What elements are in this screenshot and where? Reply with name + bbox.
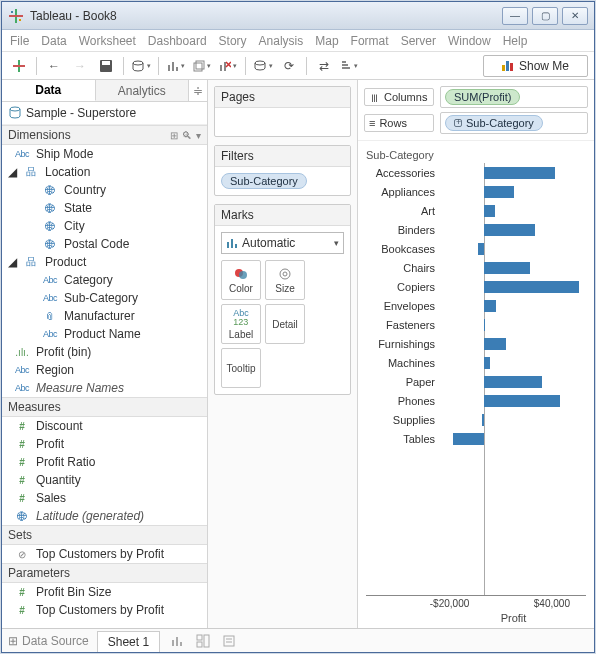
chart-row-label: Furnishings [366,338,441,350]
maximize-button[interactable]: ▢ [532,7,558,25]
chart-row[interactable]: Fasteners [366,315,586,334]
pages-shelf[interactable] [215,108,350,136]
dim-search-icon[interactable]: 🔍︎ [182,130,192,141]
rows-pill-subcategory[interactable]: Sub-Category [445,115,543,131]
chart-row[interactable]: Appliances [366,182,586,201]
new-story-icon[interactable] [220,633,238,649]
menu-worksheet[interactable]: Worksheet [79,34,136,48]
field-top_customers[interactable]: #Top Customers by Profit [2,601,207,619]
field-profit_bin[interactable]: .ılı.Profit (bin) [2,343,207,361]
dim-list-icon[interactable]: ⊞ [170,130,178,141]
chart-row[interactable]: Supplies [366,410,586,429]
parameters-header: Parameters [2,563,207,583]
tab-menu-icon[interactable]: ≑ [189,80,207,101]
measures-header: Measures [2,397,207,417]
menu-window[interactable]: Window [448,34,491,48]
chart-row[interactable]: Art [366,201,586,220]
chart-area[interactable]: AccessoriesAppliancesArtBindersBookcases… [366,163,586,596]
field-top_customers[interactable]: ⊘Top Customers by Profit [2,545,207,563]
tab-analytics[interactable]: Analytics [96,80,190,101]
field-product_name[interactable]: AbcProduct Name [2,325,207,343]
new-worksheet-button[interactable] [165,55,187,77]
field-latitude[interactable]: 🌐︎Latitude (generated) [2,507,207,525]
field-state[interactable]: 🌐︎State [2,199,207,217]
field-ship_mode[interactable]: AbcShip Mode [2,145,207,163]
chart-row[interactable]: Machines [366,353,586,372]
new-sheet-icon[interactable] [168,633,186,649]
field-city[interactable]: 🌐︎City [2,217,207,235]
field-postal[interactable]: 🌐︎Postal Code [2,235,207,253]
filters-shelf[interactable]: Sub-Category [215,167,350,195]
svg-point-26 [280,269,290,279]
field-quantity[interactable]: #Quantity [2,471,207,489]
save-button[interactable] [95,55,117,77]
minimize-button[interactable]: — [502,7,528,25]
marks-size-button[interactable]: Size [265,260,305,300]
rows-shelf[interactable]: Sub-Category [440,112,588,134]
back-button[interactable]: ← [43,55,65,77]
chart-row[interactable]: Envelopes [366,296,586,315]
new-datasource-button[interactable] [130,55,152,77]
forward-button[interactable]: → [69,55,91,77]
field-subcategory[interactable]: AbcSub-Category [2,289,207,307]
clear-button[interactable] [217,55,239,77]
field-country[interactable]: 🌐︎Country [2,181,207,199]
field-region[interactable]: AbcRegion [2,361,207,379]
marks-detail-button[interactable]: Detail [265,304,305,344]
svg-point-20 [10,107,20,111]
chart-row[interactable]: Paper [366,372,586,391]
show-me-button[interactable]: Show Me [483,55,588,77]
menu-dashboard[interactable]: Dashboard [148,34,207,48]
marks-card: Marks Automatic Color Size Abc123Label D… [214,204,351,395]
autoupdate-button[interactable] [252,55,274,77]
menu-data[interactable]: Data [41,34,66,48]
field-location[interactable]: ◢品Location [2,163,207,181]
refresh-button[interactable]: ⟳ [278,55,300,77]
sort-asc-button[interactable] [339,55,361,77]
field-profit[interactable]: #Profit [2,435,207,453]
menu-map[interactable]: Map [315,34,338,48]
columns-shelf[interactable]: SUM(Profit) [440,86,588,108]
field-product[interactable]: ◢品Product [2,253,207,271]
datasource-name[interactable]: Sample - Superstore [26,106,136,120]
marks-color-button[interactable]: Color [221,260,261,300]
menu-file[interactable]: File [10,34,29,48]
tableau-logo-icon[interactable] [8,55,30,77]
dim-menu-icon[interactable]: ▾ [196,130,201,141]
marks-label-button[interactable]: Abc123Label [221,304,261,344]
field-sales[interactable]: #Sales [2,489,207,507]
chart-row[interactable]: Accessories [366,163,586,182]
field-profit_bin_size[interactable]: #Profit Bin Size [2,583,207,601]
tab-data[interactable]: Data [2,80,96,101]
field-discount[interactable]: #Discount [2,417,207,435]
columns-pill-profit[interactable]: SUM(Profit) [445,89,520,105]
svg-rect-32 [204,635,209,647]
chart-row[interactable]: Binders [366,220,586,239]
menu-format[interactable]: Format [351,34,389,48]
chart-row[interactable]: Furnishings [366,334,586,353]
duplicate-button[interactable] [191,55,213,77]
marks-type-select[interactable]: Automatic [221,232,344,254]
field-manufacturer[interactable]: 📎︎Manufacturer [2,307,207,325]
new-dashboard-icon[interactable] [194,633,212,649]
rows-shelf-label: ≡Rows [364,114,434,132]
chart-row[interactable]: Bookcases [366,239,586,258]
marks-tooltip-button[interactable]: Tooltip [221,348,261,388]
datasource-tab[interactable]: ⊞Data Source [8,634,89,648]
menu-story[interactable]: Story [219,34,247,48]
menu-server[interactable]: Server [401,34,436,48]
field-measure_names[interactable]: AbcMeasure Names [2,379,207,397]
field-category[interactable]: AbcCategory [2,271,207,289]
chart-row[interactable]: Chairs [366,258,586,277]
chart-row[interactable]: Copiers [366,277,586,296]
sheet-tab-1[interactable]: Sheet 1 [97,631,160,652]
chart-row[interactable]: Phones [366,391,586,410]
chart-row[interactable]: Tables [366,429,586,448]
chart-row-label: Accessories [366,167,441,179]
swap-button[interactable]: ⇄ [313,55,335,77]
menu-help[interactable]: Help [503,34,528,48]
field-profit_ratio[interactable]: #Profit Ratio [2,453,207,471]
close-button[interactable]: ✕ [562,7,588,25]
menu-analysis[interactable]: Analysis [259,34,304,48]
filter-pill-subcategory[interactable]: Sub-Category [221,173,307,189]
